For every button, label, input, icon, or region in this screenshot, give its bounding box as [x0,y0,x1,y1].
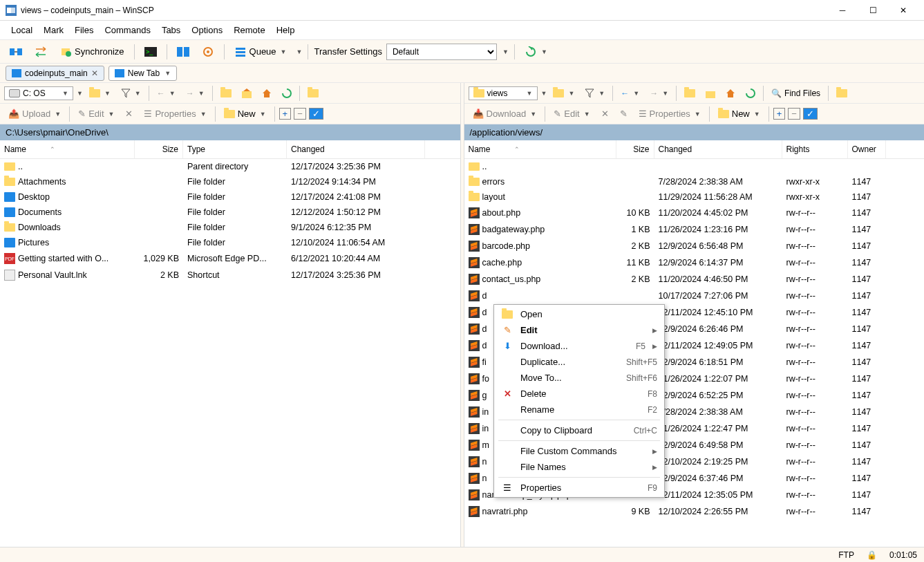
remote-new-button[interactable]: New▼ [714,107,764,120]
context-menu-item[interactable]: Duplicate...Shift+F5 [496,354,663,370]
local-check-button[interactable]: ✓ [309,108,323,120]
menu-local[interactable]: Local [6,22,38,38]
remote-filter-button[interactable]: ▼ [581,86,609,100]
local-file-list[interactable]: Name ⌃ Size Type Changed ..Parent direct… [0,140,460,547]
remote-plus-button[interactable]: + [773,108,786,120]
local-props-button[interactable]: ☰ Properties▼ [140,107,210,120]
upload-button[interactable]: 📤 Upload▼ [4,107,65,120]
remote-home-button[interactable] [722,86,739,100]
local-new-button[interactable]: New▼ [220,107,270,120]
local-back-button[interactable]: ←▼ [153,86,180,100]
file-row[interactable]: Personal Vault.lnk2 KBShortcut12/17/2024… [0,267,460,283]
context-menu-item[interactable]: ☰PropertiesF9 [496,480,663,496]
menu-options[interactable]: Options [186,22,228,38]
local-plus-button[interactable]: + [279,108,292,120]
minimize-button[interactable]: ─ [827,0,858,21]
remote-check-button[interactable]: ✓ [803,108,818,120]
local-bookmark-button[interactable] [303,87,323,100]
remote-props-button[interactable]: ☰ Properties▼ [634,107,705,120]
remote-up-button[interactable] [680,87,699,100]
file-row[interactable]: DownloadsFile folder9/1/2024 6:12:35 PM [0,220,460,235]
local-up-button[interactable] [216,87,236,100]
close-tab-icon[interactable]: ✕ [91,68,98,78]
file-row[interactable]: cache.php11 KB12/9/2024 6:14:37 PMrw-r--… [464,254,925,271]
file-row[interactable]: about.php10 KB11/20/2024 4:45:02 PMrw-r-… [464,205,925,221]
settings-button[interactable] [198,44,218,59]
sync-dirs-button[interactable] [30,44,51,59]
local-root-button[interactable] [238,86,256,100]
local-edit-button[interactable]: ✎ Edit▼ [74,107,118,120]
context-menu-item[interactable]: ⬇Download...F5▶ [496,338,663,354]
local-drive-select[interactable]: C: OS▼ [4,86,73,100]
menu-tabs[interactable]: Tabs [156,22,186,38]
col-size[interactable]: Size [135,140,183,158]
remote-edit-button[interactable]: ✎ Edit▼ [549,107,594,120]
remote-refresh-button[interactable] [742,86,760,100]
local-path[interactable]: C:\Users\pmair\OneDrive\ [0,124,460,140]
compare-button[interactable] [6,44,26,59]
refresh-button[interactable]: ▼ [520,44,551,59]
remote-back-button[interactable]: ←▼ [616,86,643,100]
session-tab[interactable]: codeinputs_main✕ [6,66,104,81]
close-button[interactable]: ✕ [888,0,918,21]
context-menu-item[interactable]: RenameF2 [496,402,663,418]
context-menu-item[interactable]: Open [496,306,663,322]
context-menu-item[interactable]: ✕DeleteF8 [496,386,663,402]
file-row[interactable]: DesktopFile folder12/17/2024 2:41:08 PM [0,189,460,205]
col-name[interactable]: Name ⌃ [0,140,135,158]
file-row[interactable]: PicturesFile folder12/10/2024 11:06:54 A… [0,235,460,250]
maximize-button[interactable]: ☐ [858,0,888,21]
remote-delete-button[interactable]: ✕ [597,107,613,120]
file-row[interactable]: .. [464,159,925,174]
col-size[interactable]: Size [616,140,654,158]
col-changed[interactable]: Changed [287,140,425,158]
menu-mark[interactable]: Mark [38,22,69,38]
remote-open-folder-button[interactable]: ▼ [549,87,578,100]
file-row[interactable]: layout11/29/2024 11:56:28 AMrwxr-xr-x114… [464,189,925,205]
local-delete-button[interactable]: ✕ [121,107,137,120]
remote-dir-select[interactable]: views▼ [469,86,538,100]
remote-path[interactable]: /application/views/ [464,124,925,140]
transfer-settings-select[interactable]: Default [386,44,497,60]
menu-files[interactable]: Files [69,22,99,38]
toggle-button[interactable] [173,44,194,59]
file-row[interactable]: d10/17/2024 7:27:06 PMrw-r--r--1147 [464,288,925,304]
local-forward-button[interactable]: →▼ [182,86,209,100]
col-owner[interactable]: Owner [848,140,886,158]
file-row[interactable]: barcode.php2 KB12/9/2024 6:56:48 PMrw-r-… [464,238,925,254]
local-filter-button[interactable]: ▼ [117,86,145,100]
context-menu-item[interactable]: File Names▶ [496,459,663,475]
transfer-dropdown[interactable]: ▼ [502,48,509,55]
file-row[interactable]: errors7/28/2024 2:38:38 AMrwxr-xr-x1147 [464,174,925,189]
remote-bookmark-button[interactable] [832,87,851,100]
menu-remote[interactable]: Remote [228,22,271,38]
local-refresh-button[interactable] [278,86,296,100]
download-button[interactable]: 📥 Download▼ [469,107,541,120]
context-menu-item[interactable]: Copy to ClipboardCtrl+C [496,422,663,438]
menu-commands[interactable]: Commands [99,22,155,38]
session-tab[interactable]: New Tab▼ [109,66,177,81]
terminal-button[interactable]: >_ [140,44,161,59]
synchronize-button[interactable]: Synchronize [55,44,129,59]
remote-forward-button[interactable]: →▼ [645,86,672,100]
menu-help[interactable]: Help [271,22,301,38]
local-open-folder-button[interactable]: ▼ [85,87,115,100]
local-minus-button[interactable]: − [294,108,306,120]
queue-dropdown[interactable]: ▼ [296,48,303,55]
col-type[interactable]: Type [183,140,287,158]
file-row[interactable]: contact_us.php2 KB11/20/2024 4:46:50 PMr… [464,271,925,288]
col-changed[interactable]: Changed [654,140,782,158]
local-home-button[interactable] [258,86,276,100]
remote-minus-button[interactable]: − [788,108,800,120]
file-row[interactable]: badgateway.php1 KB11/26/2024 1:23:16 PMr… [464,221,925,238]
col-name[interactable]: Name ⌃ [464,140,616,158]
file-row[interactable]: AttachmentsFile folder1/12/2024 9:14:34 … [0,174,460,189]
remote-root-button[interactable] [701,86,719,100]
col-rights[interactable]: Rights [782,140,848,158]
file-row[interactable]: PDFGetting started with O...1,029 KBMicr… [0,250,460,267]
queue-button[interactable]: Queue▼ [230,44,291,59]
file-row[interactable]: navratri.php9 KB12/10/2024 2:26:55 PMrw-… [464,503,925,520]
context-menu-item[interactable]: File Custom Commands▶ [496,443,663,459]
file-row[interactable]: ..Parent directory12/17/2024 3:25:36 PM [0,159,460,174]
context-menu-item[interactable]: Move To...Shift+F6 [496,370,663,386]
